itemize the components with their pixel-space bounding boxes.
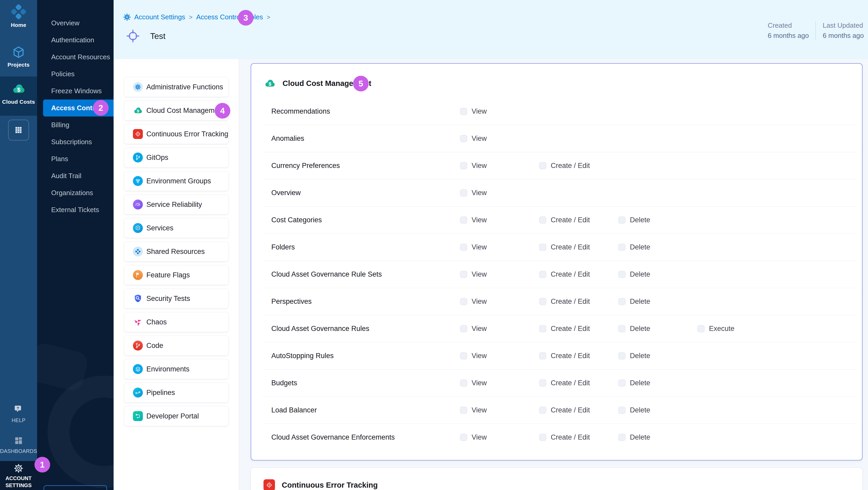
rail-item-dashboards[interactable]: DASHBOARDS <box>0 436 37 454</box>
rail-item-help[interactable]: ? HELP <box>0 404 37 423</box>
rail-item-cloud-costs[interactable]: $ Cloud Costs <box>0 82 37 105</box>
module-card-developer-portal[interactable]: Developer Portal <box>124 406 228 426</box>
rail-item-account-settings[interactable]: ACCOUNT SETTINGS <box>0 461 37 490</box>
breadcrumb-separator: > <box>266 13 271 21</box>
module-card-service-reliability[interactable]: Service Reliability <box>124 194 228 214</box>
permission-checkbox-create[interactable] <box>539 325 546 332</box>
permission-checkbox-delete[interactable] <box>618 434 625 441</box>
module-card-label: Chaos <box>147 318 167 326</box>
permissions-card-continuous-error-tracking: Continuous Error Tracking <box>251 467 863 490</box>
module-card-pipelines[interactable]: Pipelines <box>124 382 228 402</box>
permission-checkbox-view[interactable] <box>460 379 467 387</box>
permission-cell-view: View <box>460 298 539 306</box>
sidebar-item-billing[interactable]: Billing <box>37 117 114 133</box>
permission-checkbox-create[interactable] <box>539 379 546 387</box>
rail-item-projects[interactable]: Projects <box>0 45 37 68</box>
module-card-label: Environments <box>147 365 190 373</box>
permission-checkbox-delete[interactable] <box>618 325 625 332</box>
permission-checkbox-delete[interactable] <box>618 271 625 278</box>
breadcrumb-separator: > <box>188 13 193 21</box>
module-card-shared-resources[interactable]: Shared Resources <box>124 242 228 262</box>
rail-item-home[interactable]: Home <box>0 4 37 28</box>
permission-row-perspectives: PerspectivesViewCreate / EditDelete <box>251 288 862 315</box>
permission-checkbox-create[interactable] <box>539 353 546 359</box>
sidebar-item-freeze-windows[interactable]: Freeze Windows <box>37 83 114 99</box>
permission-cell-delete: Delete <box>618 406 698 414</box>
harness-logo-icon <box>11 4 26 19</box>
permission-checkbox-delete[interactable] <box>618 353 625 359</box>
permission-checkbox-view[interactable] <box>460 298 467 305</box>
module-card-label: GitOps <box>147 154 168 162</box>
permission-checkbox-delete[interactable] <box>618 379 625 387</box>
permission-checkbox-label: View <box>472 270 487 278</box>
permission-checkbox-view[interactable] <box>460 189 467 196</box>
module-card-gitops[interactable]: GitOps <box>124 148 228 167</box>
sidebar-item-overview[interactable]: Overview <box>37 14 114 32</box>
module-card-feature-flags[interactable]: Feature Flags <box>124 265 228 285</box>
module-card-security-tests[interactable]: Security Tests <box>124 288 228 308</box>
permission-checkbox-view[interactable] <box>460 407 467 414</box>
permissions-card-cloud-cost-management: $ Cloud Cost Management RecommendationsV… <box>251 63 863 460</box>
permission-checkbox-view[interactable] <box>460 135 467 142</box>
permission-checkbox-view[interactable] <box>460 325 467 332</box>
module-card-environments[interactable]: Environments <box>124 359 228 379</box>
permission-checkbox-view[interactable] <box>460 217 467 223</box>
permission-checkbox-create[interactable] <box>539 217 546 223</box>
annotation-badge-3: 3 <box>238 10 253 26</box>
module-card-code[interactable]: Code <box>124 336 228 356</box>
permission-checkbox-view[interactable] <box>460 271 467 278</box>
permission-cell-delete: Delete <box>618 379 698 387</box>
sidebar-item-subscriptions[interactable]: Subscriptions <box>37 133 114 150</box>
permission-checkbox-create[interactable] <box>539 298 546 305</box>
permission-checkbox-view[interactable] <box>460 353 467 359</box>
sidebar-item-organizations[interactable]: Organizations <box>37 184 114 202</box>
permission-checkbox-delete[interactable] <box>618 244 625 251</box>
module-picker-button[interactable] <box>8 120 29 141</box>
permission-cell-view: View <box>460 243 539 251</box>
permission-cell-view: View <box>460 216 539 224</box>
gear-watermark <box>48 376 114 488</box>
permission-checkbox-execute[interactable] <box>698 325 705 332</box>
permission-cell-view: View <box>460 108 539 116</box>
module-card-environment-groups[interactable]: Environment Groups <box>124 171 228 191</box>
permission-checkbox-view[interactable] <box>460 162 467 169</box>
sidebar-item-policies[interactable]: Policies <box>37 66 114 83</box>
sidebar-item-external-tickets[interactable]: External Tickets <box>37 202 114 218</box>
chaos-pinwheel-icon <box>133 317 143 327</box>
module-card-cloud-cost-management[interactable]: $Cloud Cost Management <box>124 100 228 120</box>
sidebar-bottom-button[interactable] <box>43 485 107 490</box>
permission-checkbox-label: Delete <box>630 243 650 251</box>
developer-portal-circuit-icon <box>133 411 143 421</box>
shared-resources-diamonds-icon <box>133 247 143 256</box>
permission-checkbox-create[interactable] <box>539 162 546 169</box>
svg-text:$: $ <box>17 87 21 93</box>
permission-row-cost-categories: Cost CategoriesViewCreate / EditDelete <box>251 206 862 234</box>
permission-checkbox-view[interactable] <box>460 244 467 251</box>
page-title: Test <box>150 31 165 41</box>
permission-checkbox-delete[interactable] <box>618 217 625 223</box>
permission-cell-delete: Delete <box>618 270 698 278</box>
permission-checkbox-create[interactable] <box>539 407 546 414</box>
permission-checkbox-create[interactable] <box>539 271 546 278</box>
permission-checkbox-view[interactable] <box>460 434 467 441</box>
permission-checkbox-label: Delete <box>630 216 650 224</box>
module-card-administrative-functions[interactable]: Administrative Functions <box>124 77 228 97</box>
permission-checkbox-delete[interactable] <box>618 407 625 414</box>
permission-checkbox-label: View <box>472 162 487 170</box>
permission-checkbox-label: Delete <box>630 298 650 306</box>
created-label: Created <box>768 22 809 30</box>
module-card-chaos[interactable]: Chaos <box>124 312 228 332</box>
service-reliability-gauge-icon <box>133 200 143 210</box>
sidebar-item-audit-trail[interactable]: Audit Trail <box>37 167 114 184</box>
permission-checkbox-create[interactable] <box>539 434 546 441</box>
sidebar-item-account-resources[interactable]: Account Resources <box>37 49 114 66</box>
permission-checkbox-create[interactable] <box>539 244 546 251</box>
module-card-continuous-error-tracking[interactable]: Continuous Error Tracking <box>124 124 228 144</box>
permission-checkbox-view[interactable] <box>460 108 467 115</box>
module-card-services[interactable]: Services <box>124 218 228 238</box>
permission-row-cloud-asset-governance-rules: Cloud Asset Governance RulesViewCreate /… <box>251 315 862 342</box>
sidebar-item-authentication[interactable]: Authentication <box>37 32 114 49</box>
breadcrumb-link-account-settings[interactable]: Account Settings <box>134 13 185 21</box>
sidebar-item-plans[interactable]: Plans <box>37 150 114 167</box>
permission-checkbox-delete[interactable] <box>618 298 625 305</box>
